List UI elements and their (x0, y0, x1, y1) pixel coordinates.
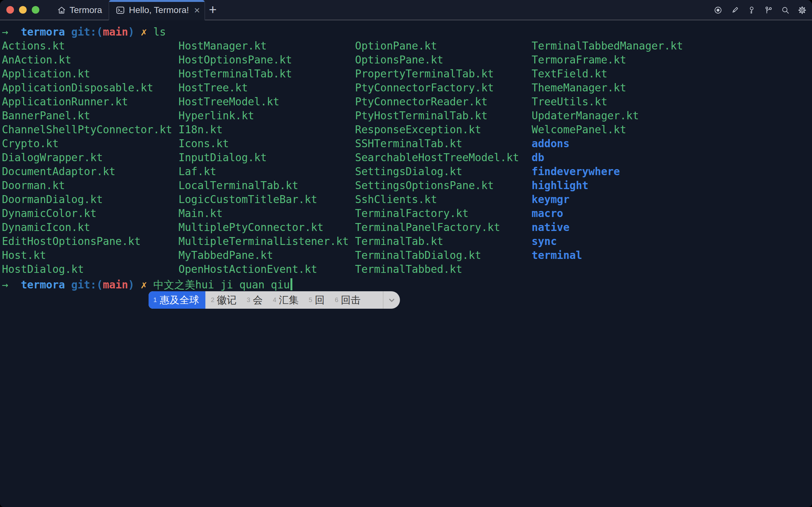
file-name: SearchableHostTreeModel.kt (355, 151, 532, 165)
ls-output-row: DynamicColor.ktMain.ktTerminalFactory.kt… (2, 207, 812, 221)
ime-candidate-selected[interactable]: 1惠及全球 (149, 291, 205, 309)
ime-candidate-number: 2 (211, 296, 214, 303)
ime-candidate[interactable]: 4汇集 (273, 293, 299, 307)
search-icon[interactable] (781, 6, 790, 14)
file-name: DocumentAdaptor.kt (2, 165, 178, 179)
traffic-lights (6, 6, 39, 14)
tab-active-accent (109, 0, 205, 2)
file-name: AnAction.kt (2, 53, 178, 67)
prompt-segment: → (2, 279, 8, 291)
file-name: SSHTerminalTab.kt (355, 137, 532, 151)
file-name: MyTabbedPane.kt (178, 248, 355, 262)
settings-gear-icon[interactable] (798, 6, 806, 14)
command-text: ls (153, 26, 166, 38)
file-name: Host.kt (2, 248, 178, 262)
file-name: Icons.kt (178, 137, 355, 151)
prompt-segment: ✗ (141, 26, 147, 38)
file-name: ChannelShellPtyConnector.kt (2, 123, 178, 137)
file-name: TerminalTabbed.kt (355, 262, 532, 276)
app-window: Termora Hello, Termora! × + (0, 0, 812, 507)
new-tab-button[interactable]: + (209, 3, 217, 16)
file-name: Laf.kt (178, 165, 355, 179)
ime-candidate-text: 回击 (341, 293, 361, 307)
ime-candidate[interactable]: 5回 (309, 293, 325, 307)
file-name: PtyHostTerminalTab.kt (355, 109, 532, 123)
file-name: DynamicColor.kt (2, 207, 178, 221)
file-name: SettingsOptionsPane.kt (355, 179, 532, 192)
file-name: TerminalFactory.kt (355, 207, 532, 221)
ls-output-row: DoormanDialog.ktLogicCustomTitleBar.ktSs… (2, 192, 812, 207)
file-name: SettingsDialog.kt (355, 165, 532, 179)
ime-candidate-bar: 1惠及全球2徽记3会4汇集5回6回击 (149, 291, 400, 309)
chevron-down-icon (388, 296, 396, 304)
terminal-tab-icon (116, 5, 125, 15)
prompt-segment (65, 26, 71, 38)
ls-output-row: Host.ktMyTabbedPane.ktTerminalTabDialog.… (2, 248, 812, 262)
file-name: InputDialog.kt (178, 151, 355, 165)
terminal-output: → termora git:(main) ✗ lsActions.ktHostM… (0, 20, 812, 290)
file-name: OptionPane.kt (355, 39, 532, 53)
file-name: DoormanDialog.kt (2, 192, 178, 207)
terminal-pane[interactable]: → termora git:(main) ✗ lsActions.ktHostM… (0, 20, 812, 506)
git-branch-icon[interactable] (764, 6, 773, 14)
record-icon[interactable] (714, 6, 722, 14)
ls-output-row: DocumentAdaptor.ktLaf.ktSettingsDialog.k… (2, 165, 812, 179)
file-name: TermoraFrame.kt (532, 53, 708, 67)
ls-output-row: DialogWrapper.ktInputDialog.ktSearchable… (2, 151, 812, 165)
prompt-segment: ✗ (141, 279, 147, 291)
ime-candidate-text: 徽记 (217, 293, 236, 307)
file-name: TreeUtils.kt (532, 95, 708, 109)
file-name: Main.kt (178, 207, 355, 221)
file-name: Application.kt (2, 67, 178, 81)
file-name: DialogWrapper.kt (2, 151, 178, 165)
minimize-window-button[interactable] (19, 6, 27, 14)
file-name: PtyConnectorReader.kt (355, 95, 532, 109)
file-name: ApplicationRunner.kt (2, 95, 178, 109)
file-name: HostTreeModel.kt (178, 95, 355, 109)
file-name: BannerPanel.kt (2, 109, 178, 123)
prompt-segment: main (103, 26, 128, 38)
file-name: TerminalTab.kt (355, 234, 532, 248)
prompt-segment (8, 279, 21, 291)
prompt-segment (8, 26, 21, 38)
key-icon[interactable] (748, 6, 756, 14)
directory-name: keymgr (532, 192, 708, 207)
file-name: WelcomePanel.kt (532, 123, 708, 137)
file-name: HostManager.kt (178, 39, 355, 53)
tab-title: Hello, Termora! (129, 5, 190, 15)
zoom-window-button[interactable] (32, 6, 39, 14)
ime-candidate[interactable]: 3会 (247, 293, 263, 307)
file-name: TerminalPanelFactory.kt (355, 221, 532, 234)
file-name: TextField.kt (532, 67, 708, 81)
ime-candidate-number: 3 (247, 296, 250, 303)
file-name: TerminalTabDialog.kt (355, 248, 532, 262)
file-name: LocalTerminalTab.kt (178, 179, 355, 192)
file-name: MultiplePtyConnector.kt (178, 221, 355, 234)
file-name: PtyConnectorFactory.kt (355, 81, 532, 95)
prompt-segment: termora (21, 26, 65, 38)
prompt-line-2: → termora git:(main) ✗ 中文之美hui ji quan q… (2, 276, 812, 290)
app-title: Termora (57, 0, 102, 20)
home-icon (57, 6, 66, 15)
ls-output-row: ApplicationDisposable.ktHostTree.ktPtyCo… (2, 81, 812, 95)
ime-expand-button[interactable] (383, 291, 400, 309)
directory-name: sync (532, 234, 708, 248)
ime-candidate[interactable]: 2徽记 (211, 293, 236, 307)
ime-candidate[interactable]: 6回击 (335, 293, 361, 307)
prompt-segment: main (103, 279, 128, 291)
tab-hello-termora[interactable]: Hello, Termora! × (109, 0, 205, 20)
ls-output-row: ApplicationRunner.ktHostTreeModel.ktPtyC… (2, 95, 812, 109)
edit-pencil-icon[interactable] (731, 6, 739, 14)
file-name: Doorman.kt (2, 179, 178, 192)
file-name: I18n.kt (178, 123, 355, 137)
file-name: TerminalTabbedManager.kt (532, 39, 708, 53)
file-name: Crypto.kt (2, 137, 178, 151)
directory-name: highlight (532, 179, 708, 192)
tab-close-icon[interactable]: × (194, 5, 200, 15)
ls-output-row: Doorman.ktLocalTerminalTab.ktSettingsOpt… (2, 179, 812, 192)
close-window-button[interactable] (6, 6, 14, 14)
terminal-cursor (290, 278, 292, 290)
file-name: HostTree.kt (178, 81, 355, 95)
directory-name: findeverywhere (532, 165, 708, 179)
file-name: Actions.kt (2, 39, 178, 53)
